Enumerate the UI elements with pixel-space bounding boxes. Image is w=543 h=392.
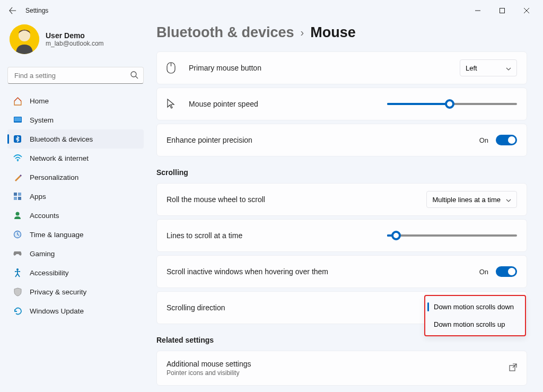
clock-icon xyxy=(13,230,22,239)
setting-enhance-precision: Enhance pointer precision On xyxy=(156,124,527,156)
sidebar-item-apps[interactable]: Apps xyxy=(7,187,144,206)
setting-primary-button: Primary mouse button Left xyxy=(156,51,527,84)
sidebar-item-network[interactable]: Network & internet xyxy=(7,149,144,168)
sidebar-item-label: Gaming xyxy=(30,250,55,258)
accessibility-icon xyxy=(13,268,22,277)
popout-icon xyxy=(509,363,517,373)
sidebar-item-home[interactable]: Home xyxy=(7,91,144,110)
sidebar-item-label: Bluetooth & devices xyxy=(30,135,93,143)
sidebar-item-accounts[interactable]: Accounts xyxy=(7,206,144,225)
svg-rect-7 xyxy=(14,117,21,121)
search-icon xyxy=(130,71,138,81)
gamepad-icon xyxy=(13,249,22,258)
nav: Home System Bluetooth & devices Network … xyxy=(7,91,144,320)
setting-additional-mouse[interactable]: Additional mouse settings Pointer icons … xyxy=(156,351,527,386)
breadcrumb: Bluetooth & devices › Mouse xyxy=(156,24,527,41)
sidebar-item-privacy[interactable]: Privacy & security xyxy=(7,282,144,301)
inactive-windows-toggle[interactable] xyxy=(496,266,517,277)
sidebar-item-gaming[interactable]: Gaming xyxy=(7,244,144,263)
option-label: Down motion scrolls down xyxy=(434,303,514,311)
enhance-precision-toggle[interactable] xyxy=(496,135,517,145)
shield-icon xyxy=(13,287,22,297)
page-title: Mouse xyxy=(310,24,356,41)
window-title: Settings xyxy=(25,7,48,14)
back-button[interactable] xyxy=(4,2,21,19)
main-panel: Bluetooth & devices › Mouse Primary mous… xyxy=(151,21,543,392)
mouse-button-icon xyxy=(167,62,179,74)
sidebar-item-bluetooth[interactable]: Bluetooth & devices xyxy=(7,129,144,149)
svg-line-5 xyxy=(136,76,138,79)
scroll-direction-option[interactable]: Down motion scrolls up xyxy=(427,316,523,333)
titlebar: Settings xyxy=(0,0,543,21)
sidebar-item-label: Home xyxy=(30,97,49,105)
wifi-icon xyxy=(13,153,22,163)
user-name: User Demo xyxy=(46,31,104,40)
breadcrumb-parent[interactable]: Bluetooth & devices xyxy=(156,24,294,41)
chevron-right-icon: › xyxy=(301,27,304,39)
option-label: Down motion scrolls up xyxy=(434,320,505,328)
person-icon xyxy=(13,211,22,220)
sidebar-item-label: Windows Update xyxy=(30,307,84,315)
sidebar-item-label: Time & language xyxy=(30,231,84,239)
roll-wheel-dropdown[interactable]: Multiple lines at a time xyxy=(426,191,517,208)
sidebar-item-label: Personalization xyxy=(30,173,78,181)
svg-point-16 xyxy=(16,268,19,271)
setting-inactive-windows: Scroll inactive windows when hovering ov… xyxy=(156,255,527,288)
svg-rect-12 xyxy=(14,197,17,200)
search-input[interactable] xyxy=(7,67,144,84)
dropdown-value: Left xyxy=(466,64,477,72)
home-icon xyxy=(13,96,22,106)
chevron-down-icon xyxy=(506,196,511,204)
sidebar-item-system[interactable]: System xyxy=(7,110,144,129)
sidebar-item-label: Privacy & security xyxy=(30,288,86,296)
bluetooth-icon xyxy=(13,134,22,144)
maximize-icon xyxy=(500,8,505,13)
apps-icon xyxy=(13,191,22,201)
cursor-icon xyxy=(167,99,179,109)
setting-label: Scroll inactive windows when hovering ov… xyxy=(167,267,328,276)
svg-rect-1 xyxy=(500,8,505,13)
paint-icon xyxy=(13,172,22,182)
dropdown-value: Multiple lines at a time xyxy=(432,196,501,204)
section-related: Related settings xyxy=(156,336,527,344)
minimize-icon xyxy=(475,8,480,13)
setting-label: Scrolling direction xyxy=(167,303,225,312)
svg-rect-10 xyxy=(14,193,17,196)
sidebar-item-update[interactable]: Windows Update xyxy=(7,301,144,320)
sidebar-item-label: System xyxy=(30,116,54,124)
setting-lines-scroll: Lines to scroll at a time xyxy=(156,219,527,252)
scroll-direction-flyout: Down motion scrolls down Down motion scr… xyxy=(424,295,526,336)
svg-rect-13 xyxy=(18,197,21,200)
user-email: m_lab@outlook.com xyxy=(46,40,104,47)
setting-label: Mouse pointer speed xyxy=(189,100,258,108)
setting-label: Enhance pointer precision xyxy=(167,136,252,144)
sidebar-item-personalization[interactable]: Personalization xyxy=(7,168,144,187)
chevron-down-icon xyxy=(506,64,511,72)
setting-pointer-speed: Mouse pointer speed xyxy=(156,88,527,120)
toggle-state: On xyxy=(479,268,488,276)
svg-rect-11 xyxy=(18,193,21,196)
scroll-direction-option[interactable]: Down motion scrolls down xyxy=(427,298,523,316)
arrow-left-icon xyxy=(9,7,16,14)
minimize-button[interactable] xyxy=(466,2,490,19)
toggle-state: On xyxy=(479,136,488,144)
setting-roll-wheel: Roll the mouse wheel to scroll Multiple … xyxy=(156,183,527,216)
svg-point-9 xyxy=(17,160,18,161)
lines-scroll-slider[interactable] xyxy=(387,234,517,237)
close-icon xyxy=(524,8,529,13)
maximize-button[interactable] xyxy=(490,2,514,19)
primary-button-dropdown[interactable]: Left xyxy=(460,59,517,76)
sidebar: User Demo m_lab@outlook.com Home System xyxy=(0,21,151,392)
user-block[interactable]: User Demo m_lab@outlook.com xyxy=(7,21,144,64)
sidebar-item-time[interactable]: Time & language xyxy=(7,225,144,244)
sidebar-item-accessibility[interactable]: Accessibility xyxy=(7,263,144,282)
window-controls xyxy=(466,2,539,19)
pointer-speed-slider[interactable] xyxy=(387,103,517,105)
setting-sublabel: Pointer icons and visibility xyxy=(167,369,251,377)
sidebar-item-label: Apps xyxy=(30,193,46,201)
setting-label: Roll the mouse wheel to scroll xyxy=(167,195,265,204)
system-icon xyxy=(13,115,22,125)
close-button[interactable] xyxy=(514,2,539,19)
setting-label: Lines to scroll at a time xyxy=(167,231,242,240)
svg-point-4 xyxy=(131,72,136,77)
